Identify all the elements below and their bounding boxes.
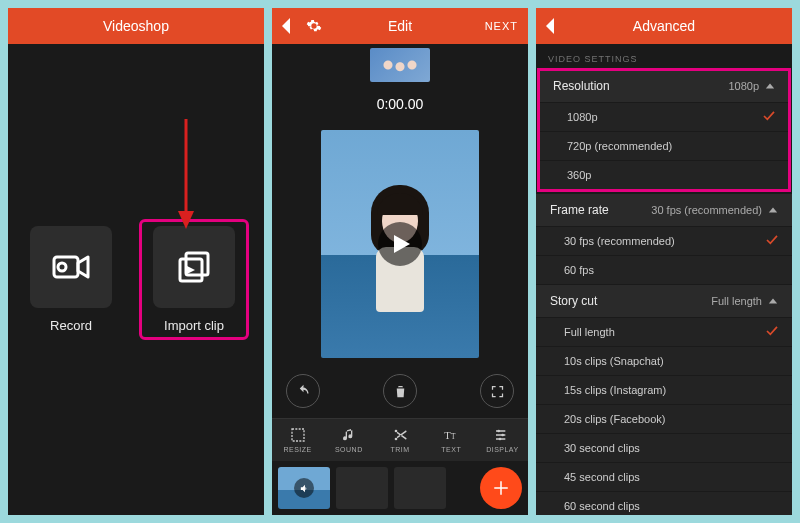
import-label: Import clip [164, 318, 224, 333]
import-clip-icon [176, 249, 212, 285]
svg-marker-8 [394, 235, 410, 253]
back-button[interactable] [280, 18, 292, 34]
resolution-option-360p[interactable]: 360p [539, 161, 789, 190]
resolution-option-720p[interactable]: 720p (recommended) [539, 132, 789, 161]
svg-point-14 [499, 438, 502, 441]
clip-tray [272, 461, 528, 515]
import-highlight: Import clip [139, 219, 249, 340]
screen-videoshop: Videoshop Record Import clip [8, 8, 264, 515]
svg-marker-15 [546, 18, 554, 34]
screen-advanced: Advanced VIDEO SETTINGS Resolution 1080p… [536, 8, 792, 515]
fullscreen-button[interactable] [480, 374, 514, 408]
resolution-option-1080p[interactable]: 1080p [539, 103, 789, 132]
play-button[interactable] [378, 222, 422, 266]
mute-icon[interactable] [294, 478, 314, 498]
resolution-group-highlight: Resolution 1080p 1080p 720p (recommended… [539, 70, 789, 190]
video-preview[interactable] [321, 130, 479, 358]
svg-marker-17 [769, 208, 777, 213]
storycut-row[interactable]: Story cut Full length [536, 285, 792, 318]
screen-title: Edit [388, 18, 412, 34]
tool-text[interactable]: TTTEXT [426, 419, 477, 461]
svg-marker-6 [187, 266, 195, 274]
video-settings-heading: VIDEO SETTINGS [536, 44, 792, 70]
svg-point-12 [498, 430, 501, 433]
header: Advanced [536, 8, 792, 44]
annotation-arrow [176, 119, 196, 229]
settings-button[interactable] [306, 18, 322, 34]
chevron-up-icon [768, 296, 778, 306]
check-icon [763, 111, 775, 123]
tool-trim[interactable]: TRIM [374, 419, 425, 461]
chevron-up-icon [765, 81, 775, 91]
tool-display[interactable]: DISPLAY [477, 419, 528, 461]
storycut-option-45s[interactable]: 45 second clips [536, 463, 792, 492]
svg-point-13 [502, 434, 505, 437]
framerate-option-30[interactable]: 30 fps (recommended) [536, 227, 792, 256]
resolution-row[interactable]: Resolution 1080p [539, 70, 789, 103]
storycut-option-60s[interactable]: 60 second clips [536, 492, 792, 515]
import-tile[interactable]: Import clip [146, 226, 242, 333]
delete-button[interactable] [383, 374, 417, 408]
svg-marker-1 [178, 211, 194, 229]
playback-timer: 0:00.00 [272, 96, 528, 112]
framerate-row[interactable]: Frame rate 30 fps (recommended) [536, 194, 792, 227]
storycut-option-30s[interactable]: 30 second clips [536, 434, 792, 463]
camera-icon [52, 253, 90, 281]
header: Edit NEXT [272, 8, 528, 44]
timeline-thumb[interactable] [370, 48, 430, 82]
undo-button[interactable] [286, 374, 320, 408]
check-icon [766, 326, 778, 338]
storycut-option-20s[interactable]: 20s clips (Facebook) [536, 405, 792, 434]
chevron-up-icon [768, 205, 778, 215]
header: Videoshop [8, 8, 264, 44]
svg-rect-9 [292, 429, 304, 441]
tool-sound[interactable]: SOUND [323, 419, 374, 461]
svg-marker-18 [769, 299, 777, 304]
storycut-option-full[interactable]: Full length [536, 318, 792, 347]
next-button[interactable]: NEXT [485, 20, 518, 32]
clip-thumbnail[interactable] [278, 467, 330, 509]
svg-marker-16 [766, 84, 774, 89]
back-button[interactable] [544, 18, 556, 34]
framerate-option-60[interactable]: 60 fps [536, 256, 792, 285]
clip-slot[interactable] [394, 467, 446, 509]
svg-text:T: T [451, 432, 456, 441]
edit-toolbar: RESIZE SOUND TRIM TTTEXT DISPLAY [272, 418, 528, 461]
check-icon [766, 235, 778, 247]
add-clip-button[interactable] [480, 467, 522, 509]
screen-title: Advanced [633, 18, 695, 34]
screen-edit: Edit NEXT 0:00.00 RESIZE SOUND [272, 8, 528, 515]
svg-point-3 [58, 263, 66, 271]
home-body: Record Import clip [8, 44, 264, 515]
svg-text:T: T [445, 430, 452, 441]
app-title: Videoshop [103, 18, 169, 34]
record-tile[interactable]: Record [23, 226, 119, 333]
storycut-option-10s[interactable]: 10s clips (Snapchat) [536, 347, 792, 376]
clip-slot[interactable] [336, 467, 388, 509]
record-label: Record [50, 318, 92, 333]
tool-resize[interactable]: RESIZE [272, 419, 323, 461]
svg-marker-7 [282, 18, 290, 34]
storycut-option-15s[interactable]: 15s clips (Instagram) [536, 376, 792, 405]
